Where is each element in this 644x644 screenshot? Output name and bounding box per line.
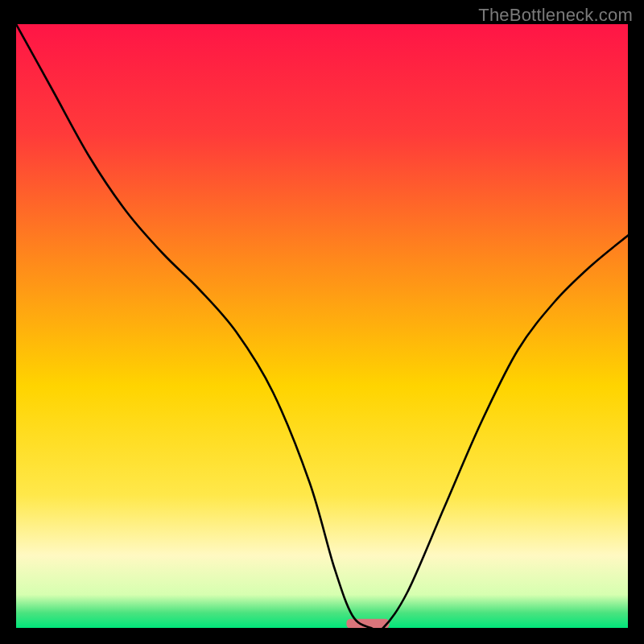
bottleneck-chart [16,24,628,628]
plot-area [16,24,628,628]
chart-frame: TheBottleneck.com [0,0,644,644]
gradient-background [16,24,628,628]
watermark-text: TheBottleneck.com [478,5,633,26]
